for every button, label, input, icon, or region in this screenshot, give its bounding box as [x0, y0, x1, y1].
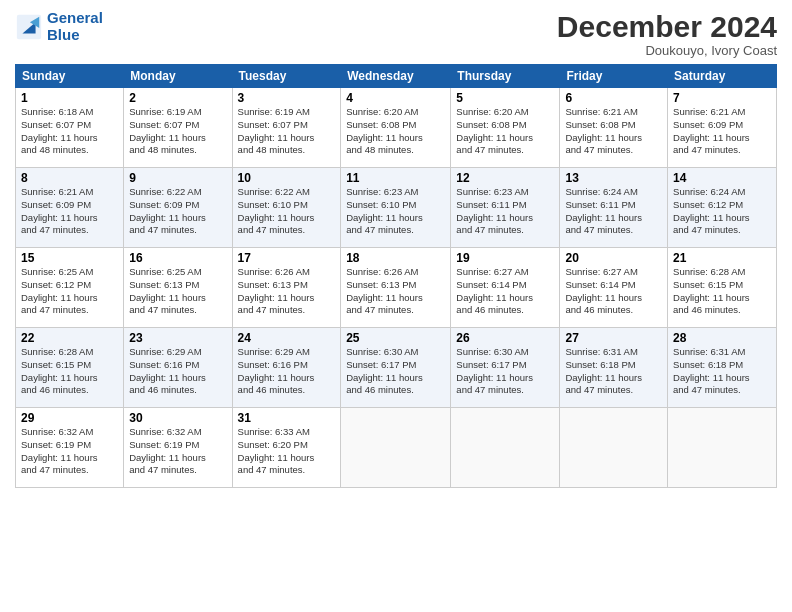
day-info: Sunrise: 6:20 AM Sunset: 6:08 PM Dayligh… — [346, 106, 445, 157]
weekday-header-tuesday: Tuesday — [232, 65, 341, 88]
day-number: 3 — [238, 91, 336, 105]
day-info: Sunrise: 6:20 AM Sunset: 6:08 PM Dayligh… — [456, 106, 554, 157]
calendar-cell: 29Sunrise: 6:32 AM Sunset: 6:19 PM Dayli… — [16, 408, 124, 488]
calendar-cell: 8Sunrise: 6:21 AM Sunset: 6:09 PM Daylig… — [16, 168, 124, 248]
calendar-cell: 1Sunrise: 6:18 AM Sunset: 6:07 PM Daylig… — [16, 88, 124, 168]
day-info: Sunrise: 6:32 AM Sunset: 6:19 PM Dayligh… — [21, 426, 118, 477]
day-info: Sunrise: 6:28 AM Sunset: 6:15 PM Dayligh… — [673, 266, 771, 317]
day-info: Sunrise: 6:23 AM Sunset: 6:10 PM Dayligh… — [346, 186, 445, 237]
day-info: Sunrise: 6:22 AM Sunset: 6:09 PM Dayligh… — [129, 186, 226, 237]
calendar-cell: 9Sunrise: 6:22 AM Sunset: 6:09 PM Daylig… — [124, 168, 232, 248]
day-number: 21 — [673, 251, 771, 265]
day-number: 30 — [129, 411, 226, 425]
day-info: Sunrise: 6:19 AM Sunset: 6:07 PM Dayligh… — [129, 106, 226, 157]
header: General Blue December 2024 Doukouyo, Ivo… — [15, 10, 777, 58]
day-number: 26 — [456, 331, 554, 345]
day-info: Sunrise: 6:21 AM Sunset: 6:09 PM Dayligh… — [21, 186, 118, 237]
calendar-cell: 6Sunrise: 6:21 AM Sunset: 6:08 PM Daylig… — [560, 88, 668, 168]
day-info: Sunrise: 6:30 AM Sunset: 6:17 PM Dayligh… — [346, 346, 445, 397]
calendar-cell: 30Sunrise: 6:32 AM Sunset: 6:19 PM Dayli… — [124, 408, 232, 488]
calendar-cell: 14Sunrise: 6:24 AM Sunset: 6:12 PM Dayli… — [668, 168, 777, 248]
calendar-cell — [341, 408, 451, 488]
day-number: 31 — [238, 411, 336, 425]
calendar-cell — [560, 408, 668, 488]
day-info: Sunrise: 6:31 AM Sunset: 6:18 PM Dayligh… — [565, 346, 662, 397]
calendar-cell: 19Sunrise: 6:27 AM Sunset: 6:14 PM Dayli… — [451, 248, 560, 328]
logo: General Blue — [15, 10, 103, 43]
day-info: Sunrise: 6:26 AM Sunset: 6:13 PM Dayligh… — [346, 266, 445, 317]
day-number: 8 — [21, 171, 118, 185]
calendar-cell: 11Sunrise: 6:23 AM Sunset: 6:10 PM Dayli… — [341, 168, 451, 248]
calendar-cell: 5Sunrise: 6:20 AM Sunset: 6:08 PM Daylig… — [451, 88, 560, 168]
day-number: 29 — [21, 411, 118, 425]
day-info: Sunrise: 6:24 AM Sunset: 6:12 PM Dayligh… — [673, 186, 771, 237]
day-number: 1 — [21, 91, 118, 105]
day-number: 2 — [129, 91, 226, 105]
day-number: 4 — [346, 91, 445, 105]
calendar-cell: 12Sunrise: 6:23 AM Sunset: 6:11 PM Dayli… — [451, 168, 560, 248]
day-info: Sunrise: 6:28 AM Sunset: 6:15 PM Dayligh… — [21, 346, 118, 397]
day-number: 28 — [673, 331, 771, 345]
weekday-header-monday: Monday — [124, 65, 232, 88]
calendar-cell: 20Sunrise: 6:27 AM Sunset: 6:14 PM Dayli… — [560, 248, 668, 328]
day-info: Sunrise: 6:18 AM Sunset: 6:07 PM Dayligh… — [21, 106, 118, 157]
day-number: 7 — [673, 91, 771, 105]
weekday-header-sunday: Sunday — [16, 65, 124, 88]
calendar-cell: 22Sunrise: 6:28 AM Sunset: 6:15 PM Dayli… — [16, 328, 124, 408]
calendar-cell: 17Sunrise: 6:26 AM Sunset: 6:13 PM Dayli… — [232, 248, 341, 328]
day-number: 12 — [456, 171, 554, 185]
day-info: Sunrise: 6:24 AM Sunset: 6:11 PM Dayligh… — [565, 186, 662, 237]
calendar-cell: 7Sunrise: 6:21 AM Sunset: 6:09 PM Daylig… — [668, 88, 777, 168]
day-info: Sunrise: 6:21 AM Sunset: 6:08 PM Dayligh… — [565, 106, 662, 157]
calendar-cell: 18Sunrise: 6:26 AM Sunset: 6:13 PM Dayli… — [341, 248, 451, 328]
logo-icon — [15, 13, 43, 41]
title-block: December 2024 Doukouyo, Ivory Coast — [557, 10, 777, 58]
day-info: Sunrise: 6:27 AM Sunset: 6:14 PM Dayligh… — [565, 266, 662, 317]
day-info: Sunrise: 6:29 AM Sunset: 6:16 PM Dayligh… — [238, 346, 336, 397]
day-info: Sunrise: 6:22 AM Sunset: 6:10 PM Dayligh… — [238, 186, 336, 237]
calendar-cell — [668, 408, 777, 488]
day-number: 27 — [565, 331, 662, 345]
day-number: 6 — [565, 91, 662, 105]
day-number: 9 — [129, 171, 226, 185]
day-info: Sunrise: 6:33 AM Sunset: 6:20 PM Dayligh… — [238, 426, 336, 477]
day-info: Sunrise: 6:19 AM Sunset: 6:07 PM Dayligh… — [238, 106, 336, 157]
day-number: 11 — [346, 171, 445, 185]
day-info: Sunrise: 6:26 AM Sunset: 6:13 PM Dayligh… — [238, 266, 336, 317]
day-info: Sunrise: 6:21 AM Sunset: 6:09 PM Dayligh… — [673, 106, 771, 157]
calendar-cell: 3Sunrise: 6:19 AM Sunset: 6:07 PM Daylig… — [232, 88, 341, 168]
calendar-cell: 2Sunrise: 6:19 AM Sunset: 6:07 PM Daylig… — [124, 88, 232, 168]
weekday-header-friday: Friday — [560, 65, 668, 88]
day-info: Sunrise: 6:32 AM Sunset: 6:19 PM Dayligh… — [129, 426, 226, 477]
week-row-4: 22Sunrise: 6:28 AM Sunset: 6:15 PM Dayli… — [16, 328, 777, 408]
location: Doukouyo, Ivory Coast — [557, 43, 777, 58]
calendar-cell: 28Sunrise: 6:31 AM Sunset: 6:18 PM Dayli… — [668, 328, 777, 408]
day-number: 22 — [21, 331, 118, 345]
month-title: December 2024 — [557, 10, 777, 43]
day-number: 24 — [238, 331, 336, 345]
calendar-cell: 10Sunrise: 6:22 AM Sunset: 6:10 PM Dayli… — [232, 168, 341, 248]
calendar-cell: 16Sunrise: 6:25 AM Sunset: 6:13 PM Dayli… — [124, 248, 232, 328]
day-number: 16 — [129, 251, 226, 265]
logo-text: General Blue — [47, 10, 103, 43]
calendar-table: SundayMondayTuesdayWednesdayThursdayFrid… — [15, 64, 777, 488]
day-number: 23 — [129, 331, 226, 345]
day-number: 10 — [238, 171, 336, 185]
day-number: 25 — [346, 331, 445, 345]
calendar-cell: 21Sunrise: 6:28 AM Sunset: 6:15 PM Dayli… — [668, 248, 777, 328]
weekday-header-thursday: Thursday — [451, 65, 560, 88]
calendar-cell: 15Sunrise: 6:25 AM Sunset: 6:12 PM Dayli… — [16, 248, 124, 328]
week-row-3: 15Sunrise: 6:25 AM Sunset: 6:12 PM Dayli… — [16, 248, 777, 328]
day-number: 18 — [346, 251, 445, 265]
day-info: Sunrise: 6:23 AM Sunset: 6:11 PM Dayligh… — [456, 186, 554, 237]
day-number: 14 — [673, 171, 771, 185]
day-info: Sunrise: 6:29 AM Sunset: 6:16 PM Dayligh… — [129, 346, 226, 397]
week-row-2: 8Sunrise: 6:21 AM Sunset: 6:09 PM Daylig… — [16, 168, 777, 248]
day-info: Sunrise: 6:30 AM Sunset: 6:17 PM Dayligh… — [456, 346, 554, 397]
calendar-cell: 26Sunrise: 6:30 AM Sunset: 6:17 PM Dayli… — [451, 328, 560, 408]
day-number: 5 — [456, 91, 554, 105]
day-info: Sunrise: 6:25 AM Sunset: 6:13 PM Dayligh… — [129, 266, 226, 317]
day-number: 19 — [456, 251, 554, 265]
calendar-cell — [451, 408, 560, 488]
week-row-1: 1Sunrise: 6:18 AM Sunset: 6:07 PM Daylig… — [16, 88, 777, 168]
